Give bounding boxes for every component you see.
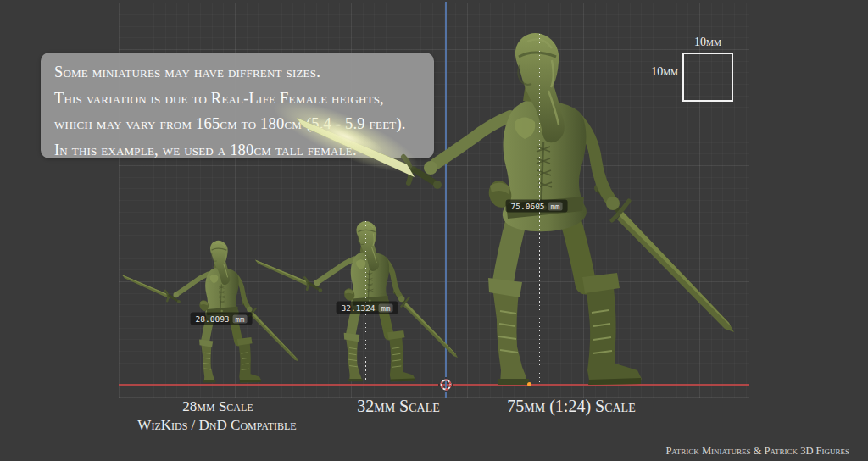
3d-cursor-icon[interactable] [438, 377, 453, 396]
reference-square-side-label: 10mm [641, 65, 678, 79]
viewport-3d[interactable]: Some miniatures may have diffrent sizes.… [0, 0, 868, 461]
measure-value-32mm: 32.1324 mm [337, 302, 398, 314]
measure-value-28mm: 28.0093 mm [191, 313, 253, 325]
measure-value-75mm: 75.0605 mm [506, 200, 568, 213]
measure-unit: mm [379, 303, 393, 312]
scale-sublabel-28mm: WizKids / DnD Compatible [137, 417, 296, 434]
reference-square-10mm [682, 53, 733, 102]
measure-unit: mm [233, 314, 248, 323]
measure-number: 32.1324 [342, 303, 376, 313]
measure-number: 75.0605 [511, 202, 545, 211]
measure-number: 28.0093 [196, 314, 230, 324]
reference-square-top-label: 10mm [683, 36, 732, 49]
measure-unit: mm [548, 202, 563, 210]
scale-label-75mm: 75mm (1:24) Scale [507, 397, 635, 416]
brand-credit: Patrick Miniatures & Patrick 3D Figures [665, 445, 849, 458]
scale-label-28mm: 28mm Scale [182, 398, 253, 415]
object-origin-dot [527, 382, 531, 386]
scale-label-32mm: 32mm Scale [357, 397, 440, 416]
